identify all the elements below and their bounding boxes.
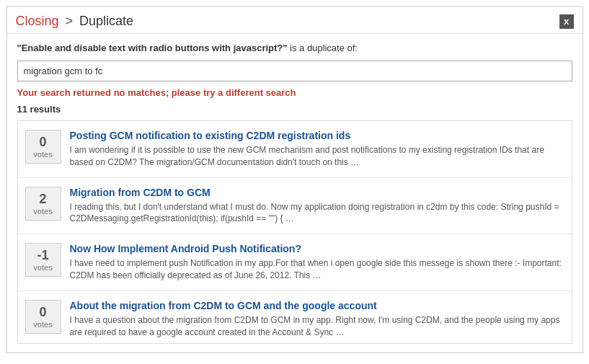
result-title[interactable]: Posting GCM notification to existing C2D… bbox=[70, 130, 564, 141]
vote-label: votes bbox=[29, 263, 58, 272]
result-title[interactable]: Migration from C2DM to GCM bbox=[70, 187, 564, 198]
list-item: 0 votes About the migration from C2DM to… bbox=[18, 291, 572, 344]
breadcrumb-current: Duplicate bbox=[79, 14, 133, 28]
vote-box: 0 votes bbox=[25, 300, 61, 334]
duplicate-question-title: "Enable and disable text with radio butt… bbox=[17, 43, 288, 53]
vote-box: 0 votes bbox=[25, 130, 61, 164]
results-list: 0 votes Posting GCM notification to exis… bbox=[17, 120, 572, 344]
modal-container: Closing > Duplicate x "Enable and disabl… bbox=[6, 6, 583, 353]
result-snippet: I reading this, but I don't understand w… bbox=[70, 202, 559, 224]
search-input[interactable] bbox=[17, 61, 572, 81]
result-snippet: I have need to implement push Notificati… bbox=[70, 258, 562, 280]
results-count: 11 results bbox=[17, 104, 572, 115]
vote-number: 0 bbox=[29, 305, 58, 320]
breadcrumb-separator: > bbox=[66, 14, 74, 28]
result-snippet: I have a question about the migration fr… bbox=[70, 315, 560, 337]
result-content: Migration from C2DM to GCM I reading thi… bbox=[70, 187, 564, 226]
close-button[interactable]: x bbox=[559, 14, 574, 29]
vote-number: 2 bbox=[29, 192, 58, 207]
list-item: 0 votes Posting GCM notification to exis… bbox=[18, 121, 572, 178]
result-snippet: I am wondering if it is possible to use … bbox=[70, 145, 544, 167]
vote-label: votes bbox=[29, 207, 58, 216]
result-title[interactable]: Now How Implement Android Push Notificat… bbox=[70, 243, 564, 254]
duplicate-question-label: "Enable and disable text with radio butt… bbox=[17, 43, 572, 53]
list-item: -1 votes Now How Implement Android Push … bbox=[18, 234, 572, 291]
vote-box: 2 votes bbox=[25, 187, 61, 221]
duplicate-question-suffix: is a duplicate of: bbox=[287, 43, 358, 53]
vote-number: 0 bbox=[29, 135, 58, 150]
breadcrumb: Closing > Duplicate bbox=[16, 14, 134, 29]
vote-number: -1 bbox=[29, 248, 58, 263]
breadcrumb-link[interactable]: Closing bbox=[16, 14, 59, 28]
vote-label: votes bbox=[29, 320, 58, 329]
list-item: 2 votes Migration from C2DM to GCM I rea… bbox=[18, 178, 572, 235]
vote-box: -1 votes bbox=[25, 243, 61, 277]
no-results-message: Your search returned no matches; please … bbox=[17, 87, 572, 98]
modal-header: Closing > Duplicate x bbox=[7, 6, 583, 34]
result-title[interactable]: About the migration from C2DM to GCM and… bbox=[70, 300, 564, 311]
modal-body: "Enable and disable text with radio butt… bbox=[7, 34, 583, 352]
result-content: Posting GCM notification to existing C2D… bbox=[70, 130, 564, 169]
vote-label: votes bbox=[29, 150, 58, 159]
result-content: About the migration from C2DM to GCM and… bbox=[70, 300, 564, 339]
result-content: Now How Implement Android Push Notificat… bbox=[70, 243, 564, 282]
